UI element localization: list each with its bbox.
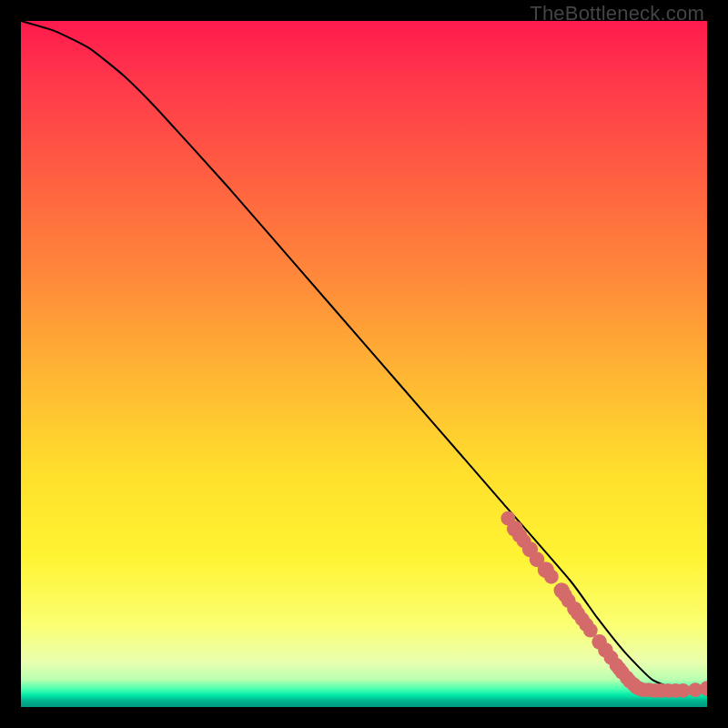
data-point	[676, 683, 691, 698]
chart-area	[21, 21, 707, 707]
data-point	[583, 623, 598, 638]
scatter-points	[500, 511, 707, 698]
watermark-text: TheBottleneck.com	[530, 2, 704, 25]
chart-svg	[21, 21, 707, 707]
data-point	[544, 570, 559, 584]
bottleneck-curve	[21, 21, 707, 691]
